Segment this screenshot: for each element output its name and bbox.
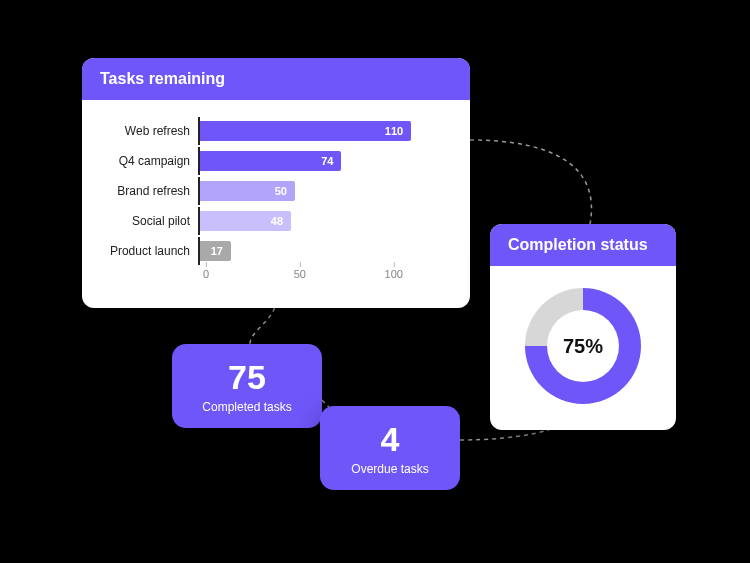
bar-label: Social pilot xyxy=(102,214,198,228)
bar-value: 48 xyxy=(271,215,283,227)
y-axis-line xyxy=(198,207,200,235)
completion-status-title: Completion status xyxy=(490,224,676,266)
overdue-tasks-tile: 4 Overdue tasks xyxy=(320,406,460,490)
completion-donut-chart: 75% xyxy=(490,266,676,430)
bar-fill: 74 xyxy=(198,151,341,171)
bar-row: Web refresh110 xyxy=(102,118,450,144)
x-tick: 50 xyxy=(294,268,306,280)
bar-label: Q4 campaign xyxy=(102,154,198,168)
tasks-bar-chart: Web refresh110Q4 campaign74Brand refresh… xyxy=(82,100,470,308)
tasks-remaining-title: Tasks remaining xyxy=(82,58,470,100)
bar-value: 110 xyxy=(385,125,403,137)
x-tick: 100 xyxy=(385,268,403,280)
bar-label: Web refresh xyxy=(102,124,198,138)
completed-tasks-label: Completed tasks xyxy=(192,400,302,414)
bar-track: 17 xyxy=(198,241,450,261)
overdue-tasks-value: 4 xyxy=(340,422,440,456)
bar-value: 50 xyxy=(275,185,287,197)
bar-value: 74 xyxy=(321,155,333,167)
bar-track: 74 xyxy=(198,151,450,171)
y-axis-line xyxy=(198,237,200,265)
bar-track: 50 xyxy=(198,181,450,201)
completed-tasks-value: 75 xyxy=(192,360,302,394)
bar-row: Brand refresh50 xyxy=(102,178,450,204)
bar-label: Brand refresh xyxy=(102,184,198,198)
y-axis-line xyxy=(198,177,200,205)
bar-fill: 50 xyxy=(198,181,295,201)
overdue-tasks-label: Overdue tasks xyxy=(340,462,440,476)
completion-percent-label: 75% xyxy=(563,335,603,358)
bar-fill: 17 xyxy=(198,241,231,261)
bar-value: 17 xyxy=(211,245,223,257)
bar-track: 110 xyxy=(198,121,450,141)
bar-row: Q4 campaign74 xyxy=(102,148,450,174)
completion-status-card: Completion status 75% xyxy=(490,224,676,430)
x-tick: 0 xyxy=(203,268,209,280)
bar-row: Social pilot48 xyxy=(102,208,450,234)
tasks-remaining-card: Tasks remaining Web refresh110Q4 campaig… xyxy=(82,58,470,308)
bar-track: 48 xyxy=(198,211,450,231)
bar-fill: 110 xyxy=(198,121,411,141)
bar-label: Product launch xyxy=(102,244,198,258)
y-axis-line xyxy=(198,117,200,145)
completed-tasks-tile: 75 Completed tasks xyxy=(172,344,322,428)
bar-fill: 48 xyxy=(198,211,291,231)
bar-row: Product launch17 xyxy=(102,238,450,264)
x-axis: 050100 xyxy=(102,268,450,298)
y-axis-line xyxy=(198,147,200,175)
